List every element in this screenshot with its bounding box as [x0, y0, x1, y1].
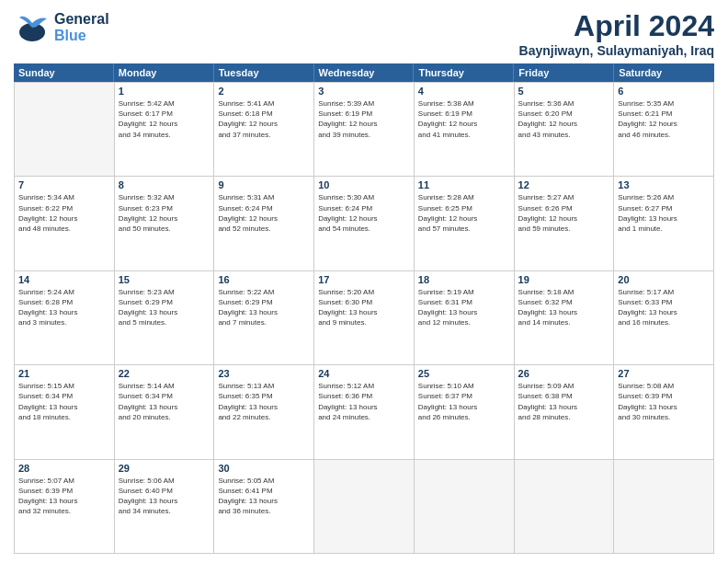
day-7: 7Sunrise: 5:34 AM Sunset: 6:22 PM Daylig… [15, 177, 115, 270]
day-num-2: 2 [218, 86, 310, 97]
day-num-10: 10 [318, 179, 410, 190]
day-26: 26Sunrise: 5:09 AM Sunset: 6:38 PM Dayli… [515, 365, 615, 459]
day-info-8: Sunrise: 5:32 AM Sunset: 6:23 PM Dayligh… [119, 192, 210, 234]
day-num-15: 15 [119, 274, 210, 285]
day-info-22: Sunrise: 5:14 AM Sunset: 6:34 PM Dayligh… [119, 381, 210, 422]
logo-blue-text: Blue [54, 28, 109, 44]
day-info-29: Sunrise: 5:06 AM Sunset: 6:40 PM Dayligh… [119, 476, 210, 517]
day-info-1: Sunrise: 5:42 AM Sunset: 6:17 PM Dayligh… [119, 98, 210, 140]
day-19: 19Sunrise: 5:18 AM Sunset: 6:32 PM Dayli… [515, 271, 615, 365]
logo-words: General Blue [54, 11, 109, 43]
day-info-23: Sunrise: 5:13 AM Sunset: 6:35 PM Dayligh… [218, 381, 310, 422]
day-info-12: Sunrise: 5:27 AM Sunset: 6:26 PM Dayligh… [518, 192, 610, 234]
day-info-11: Sunrise: 5:28 AM Sunset: 6:25 PM Dayligh… [418, 192, 510, 234]
day-num-18: 18 [418, 274, 510, 285]
day-8: 8Sunrise: 5:32 AM Sunset: 6:23 PM Daylig… [115, 177, 215, 270]
day-18: 18Sunrise: 5:19 AM Sunset: 6:31 PM Dayli… [415, 271, 515, 365]
day-num-29: 29 [119, 463, 210, 474]
day-5: 5Sunrise: 5:36 AM Sunset: 6:20 PM Daylig… [515, 83, 615, 177]
day-num-12: 12 [518, 179, 610, 190]
header-sunday: Sunday [14, 63, 114, 82]
day-num-27: 27 [618, 368, 710, 379]
day-info-14: Sunrise: 5:24 AM Sunset: 6:28 PM Dayligh… [18, 287, 110, 328]
location: Baynjiwayn, Sulaymaniyah, Iraq [519, 43, 714, 58]
day-num-22: 22 [119, 368, 210, 379]
day-12: 12Sunrise: 5:27 AM Sunset: 6:26 PM Dayli… [515, 177, 615, 270]
day-22: 22Sunrise: 5:14 AM Sunset: 6:34 PM Dayli… [115, 365, 215, 459]
header-saturday: Saturday [614, 63, 714, 82]
day-21: 21Sunrise: 5:15 AM Sunset: 6:34 PM Dayli… [15, 365, 115, 459]
day-info-15: Sunrise: 5:23 AM Sunset: 6:29 PM Dayligh… [119, 287, 210, 328]
header-wednesday: Wednesday [314, 63, 415, 82]
day-2: 2Sunrise: 5:41 AM Sunset: 6:18 PM Daylig… [214, 83, 314, 177]
day-info-30: Sunrise: 5:05 AM Sunset: 6:41 PM Dayligh… [218, 476, 310, 517]
day-13: 13Sunrise: 5:26 AM Sunset: 6:27 PM Dayli… [614, 177, 714, 270]
calendar-header: SundayMondayTuesdayWednesdayThursdayFrid… [14, 63, 714, 82]
header-tuesday: Tuesday [214, 63, 314, 82]
day-info-13: Sunrise: 5:26 AM Sunset: 6:27 PM Dayligh… [618, 192, 710, 234]
day-empty [415, 460, 515, 554]
day-3: 3Sunrise: 5:39 AM Sunset: 6:19 PM Daylig… [314, 83, 415, 177]
day-4: 4Sunrise: 5:38 AM Sunset: 6:19 PM Daylig… [415, 83, 515, 177]
day-27: 27Sunrise: 5:08 AM Sunset: 6:39 PM Dayli… [614, 365, 714, 459]
day-num-19: 19 [518, 274, 610, 285]
day-num-20: 20 [618, 274, 710, 285]
day-info-10: Sunrise: 5:30 AM Sunset: 6:24 PM Dayligh… [318, 192, 410, 234]
day-num-13: 13 [618, 179, 710, 190]
day-info-7: Sunrise: 5:34 AM Sunset: 6:22 PM Dayligh… [18, 192, 110, 234]
day-num-24: 24 [318, 368, 410, 379]
day-info-24: Sunrise: 5:12 AM Sunset: 6:36 PM Dayligh… [318, 381, 410, 422]
header: General Blue April 2024 Baynjiwayn, Sula… [14, 9, 714, 58]
day-num-17: 17 [318, 274, 410, 285]
day-info-5: Sunrise: 5:36 AM Sunset: 6:20 PM Dayligh… [518, 98, 610, 140]
day-num-28: 28 [18, 463, 110, 474]
day-28: 28Sunrise: 5:07 AM Sunset: 6:39 PM Dayli… [15, 460, 115, 554]
day-info-28: Sunrise: 5:07 AM Sunset: 6:39 PM Dayligh… [18, 476, 110, 517]
day-10: 10Sunrise: 5:30 AM Sunset: 6:24 PM Dayli… [314, 177, 415, 270]
day-info-20: Sunrise: 5:17 AM Sunset: 6:33 PM Dayligh… [618, 287, 710, 328]
day-6: 6Sunrise: 5:35 AM Sunset: 6:21 PM Daylig… [614, 83, 714, 177]
day-num-16: 16 [218, 274, 310, 285]
logo-general-text: General [54, 11, 109, 28]
day-info-3: Sunrise: 5:39 AM Sunset: 6:19 PM Dayligh… [318, 98, 410, 140]
day-num-1: 1 [119, 86, 210, 97]
day-25: 25Sunrise: 5:10 AM Sunset: 6:37 PM Dayli… [415, 365, 515, 459]
day-num-21: 21 [18, 368, 110, 379]
day-num-5: 5 [518, 86, 610, 97]
day-info-6: Sunrise: 5:35 AM Sunset: 6:21 PM Dayligh… [618, 98, 710, 140]
day-info-9: Sunrise: 5:31 AM Sunset: 6:24 PM Dayligh… [218, 192, 310, 234]
month-title: April 2024 [519, 9, 714, 43]
day-17: 17Sunrise: 5:20 AM Sunset: 6:30 PM Dayli… [314, 271, 415, 365]
day-info-19: Sunrise: 5:18 AM Sunset: 6:32 PM Dayligh… [518, 287, 610, 328]
day-num-6: 6 [618, 86, 710, 97]
day-23: 23Sunrise: 5:13 AM Sunset: 6:35 PM Dayli… [214, 365, 314, 459]
day-info-21: Sunrise: 5:15 AM Sunset: 6:34 PM Dayligh… [18, 381, 110, 422]
day-num-9: 9 [218, 179, 310, 190]
header-friday: Friday [514, 63, 614, 82]
day-24: 24Sunrise: 5:12 AM Sunset: 6:36 PM Dayli… [314, 365, 415, 459]
title-section: April 2024 Baynjiwayn, Sulaymaniyah, Ira… [519, 9, 714, 58]
day-info-27: Sunrise: 5:08 AM Sunset: 6:39 PM Dayligh… [618, 381, 710, 422]
day-16: 16Sunrise: 5:22 AM Sunset: 6:29 PM Dayli… [214, 271, 314, 365]
day-empty [614, 460, 714, 554]
day-num-4: 4 [418, 86, 510, 97]
header-monday: Monday [114, 63, 214, 82]
day-empty [515, 460, 615, 554]
day-9: 9Sunrise: 5:31 AM Sunset: 6:24 PM Daylig… [214, 177, 314, 270]
day-info-17: Sunrise: 5:20 AM Sunset: 6:30 PM Dayligh… [318, 287, 410, 328]
day-num-26: 26 [518, 368, 610, 379]
day-20: 20Sunrise: 5:17 AM Sunset: 6:33 PM Dayli… [614, 271, 714, 365]
day-1: 1Sunrise: 5:42 AM Sunset: 6:17 PM Daylig… [115, 83, 215, 177]
day-30: 30Sunrise: 5:05 AM Sunset: 6:41 PM Dayli… [214, 460, 314, 554]
day-info-26: Sunrise: 5:09 AM Sunset: 6:38 PM Dayligh… [518, 381, 610, 422]
day-14: 14Sunrise: 5:24 AM Sunset: 6:28 PM Dayli… [15, 271, 115, 365]
day-info-2: Sunrise: 5:41 AM Sunset: 6:18 PM Dayligh… [218, 98, 310, 140]
logo-icon [14, 9, 51, 46]
day-info-16: Sunrise: 5:22 AM Sunset: 6:29 PM Dayligh… [218, 287, 310, 328]
day-info-18: Sunrise: 5:19 AM Sunset: 6:31 PM Dayligh… [418, 287, 510, 328]
day-num-3: 3 [318, 86, 410, 97]
calendar-body: 1Sunrise: 5:42 AM Sunset: 6:17 PM Daylig… [14, 82, 714, 554]
day-empty [314, 460, 415, 554]
day-num-7: 7 [18, 179, 110, 190]
day-info-4: Sunrise: 5:38 AM Sunset: 6:19 PM Dayligh… [418, 98, 510, 140]
